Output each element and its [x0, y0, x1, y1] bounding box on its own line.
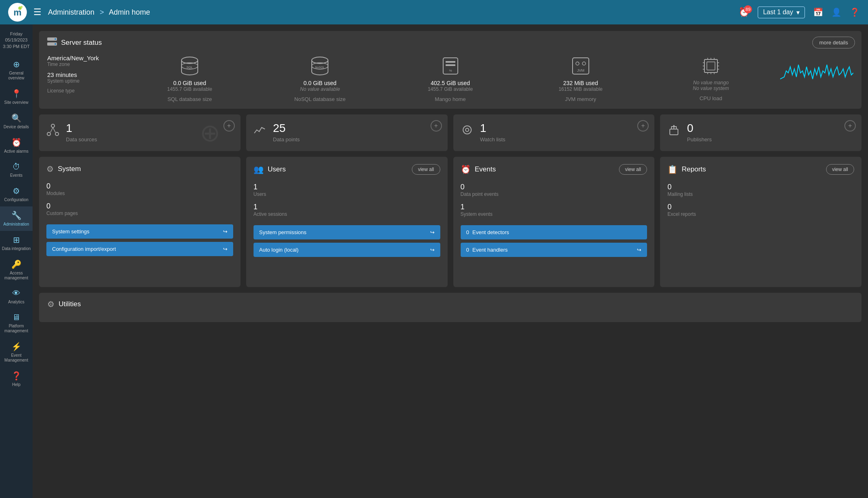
event-handlers-label: Event handlers: [472, 247, 637, 253]
nav-left: m ☰ Administration > Admin home: [8, 3, 150, 22]
auto-login-button[interactable]: Auto login (local) ↪: [254, 243, 440, 257]
event-handlers-button[interactable]: 0 Event handlers ↪: [461, 243, 647, 257]
events-view-all-button[interactable]: view all: [619, 164, 647, 175]
breadcrumb: Administration > Admin home: [48, 8, 150, 17]
auto-login-arrow: ↪: [430, 247, 435, 253]
sidebar-label-events: Events: [10, 173, 23, 178]
svg-rect-22: [704, 59, 717, 72]
nosql-metric: NoSQL 0.0 GiB used No value available No…: [259, 55, 381, 102]
sidebar-item-data-integration[interactable]: ⊞ Data integration: [0, 231, 33, 255]
system-card-header: ⚙ System: [46, 164, 233, 174]
timezone-label: Time zone: [47, 61, 129, 67]
sidebar-item-events[interactable]: ⏱ Events: [0, 158, 33, 182]
reports-title: Reports: [682, 165, 706, 173]
sidebar-item-site[interactable]: 📍 Site overview: [0, 85, 33, 109]
help-sidebar-icon: ❓: [11, 371, 22, 381]
cpu-values: No value mango No value system: [693, 80, 729, 91]
top-nav: m ☰ Administration > Admin home ⏰ 89 Las…: [0, 0, 868, 24]
user-icon[interactable]: 👤: [831, 7, 842, 17]
sql-name: SQL database size: [167, 96, 212, 102]
alarm-badge-container[interactable]: ⏰ 89: [739, 7, 750, 18]
sidebar-item-help[interactable]: ❓ Help: [0, 367, 33, 391]
system-settings-button[interactable]: System settings ↪: [46, 224, 233, 239]
device-icon: 🔍: [11, 113, 22, 123]
svg-point-37: [47, 132, 50, 136]
datasources-content: 1 Data sources: [66, 122, 97, 143]
sidebar-item-access[interactable]: 🔑 Access management: [0, 255, 33, 285]
datapoints-label: Data points: [273, 136, 300, 143]
svg-point-19: [576, 62, 579, 65]
sidebar-item-general[interactable]: ⊕ General overview: [0, 55, 33, 85]
platform-icon: 🖥: [12, 313, 20, 322]
active-sessions-number: 1: [254, 203, 440, 211]
datapoints-icon: [254, 123, 267, 140]
watchlists-content: 1 Watch lists: [480, 122, 505, 143]
mango-name: Mango home: [435, 96, 466, 102]
publishers-label: Publishers: [687, 136, 712, 143]
sidebar-item-device[interactable]: 🔍 Device details: [0, 109, 33, 134]
dp-events-label: Data point events: [461, 191, 647, 197]
sql-used: 0.0 GiB used: [167, 80, 212, 86]
sidebar-item-alarms[interactable]: ⏰ Active alarms: [0, 134, 33, 158]
site-icon: 📍: [11, 89, 22, 99]
uptime-label: System uptime: [47, 78, 129, 84]
datasources-icon: [46, 123, 59, 140]
sidebar-item-event-mgmt[interactable]: ⚡ Event Management: [0, 338, 33, 367]
stat-card-publishers: 0 Publishers +: [660, 114, 861, 151]
modules-label: Modules: [46, 191, 233, 196]
sidebar-label-device: Device details: [4, 125, 29, 129]
watchlists-label: Watch lists: [480, 136, 505, 143]
sidebar-item-platform[interactable]: 🖥 Platform management: [0, 309, 33, 338]
help-icon[interactable]: ❓: [850, 7, 860, 17]
excel-reports-number: 0: [667, 203, 854, 211]
sql-metric: SQL 0.0 GiB used 1455.7 GiB available SQ…: [129, 55, 251, 102]
jvm-name: JVM memory: [565, 96, 596, 102]
events-card-header: ⏰ Events view all: [461, 164, 647, 175]
utilities-icon: ⚙: [47, 299, 55, 309]
datasources-add-button[interactable]: +: [223, 120, 235, 132]
event-detectors-button[interactable]: 0 Event detectors: [461, 225, 647, 239]
sidebar-item-admin[interactable]: 🔧 Administration: [0, 206, 33, 231]
more-details-button[interactable]: more details: [812, 37, 855, 48]
cpu-value2: No value system: [693, 86, 729, 91]
calendar-icon[interactable]: 📅: [813, 7, 823, 17]
svg-text:%: %: [449, 69, 452, 72]
server-status-title: Server status: [61, 39, 102, 47]
system-permissions-button[interactable]: System permissions ↪: [254, 225, 440, 239]
reports-view-all-button[interactable]: view all: [826, 164, 854, 175]
svg-text:SQL: SQL: [186, 66, 193, 69]
datapoints-add-button[interactable]: +: [431, 120, 442, 132]
timezone-value: America/New_York: [47, 55, 129, 61]
config-import-export-button[interactable]: Configuration import/export ↪: [46, 242, 233, 256]
svg-point-3: [21, 6, 23, 8]
modules-number: 0: [46, 182, 233, 191]
modules-stat: 0 Modules: [46, 182, 233, 196]
reports-card: 📋 Reports view all 0 Mailing lists 0 Exc…: [660, 157, 861, 287]
hamburger-menu[interactable]: ☰: [33, 7, 42, 18]
time-range-picker[interactable]: Last 1 day ▾: [758, 7, 805, 18]
events-icon: ⏱: [12, 162, 20, 171]
system-title-area: ⚙ System: [46, 164, 81, 174]
publishers-content: 0 Publishers: [687, 122, 712, 143]
chevron-down-icon: ▾: [796, 9, 800, 16]
cpu-name: CPU load: [700, 95, 722, 101]
sidebar-item-analytics[interactable]: 👁 Analytics: [0, 285, 33, 309]
users-card: 👥 Users view all 1 Users 1 Active sessio…: [246, 157, 448, 287]
mailing-lists-label: Mailing lists: [667, 191, 854, 197]
svg-text:JVM: JVM: [577, 68, 584, 72]
sidebar-item-config[interactable]: ⚙ Configuration: [0, 182, 33, 206]
config-import-export-label: Configuration import/export: [52, 246, 116, 252]
mango-used: 402.5 GiB used: [428, 80, 473, 86]
svg-text:NoSQL: NoSQL: [315, 66, 325, 69]
breadcrumb-home: Admin home: [109, 8, 150, 16]
sys-events-label: System events: [461, 211, 647, 217]
users-view-all-button[interactable]: view all: [412, 164, 440, 175]
publishers-number: 0: [687, 122, 712, 135]
sys-events-number: 1: [461, 203, 647, 211]
sidebar: Friday 05/19/2023 3:30 PM EDT ⊕ General …: [0, 24, 33, 498]
breadcrumb-admin: Administration: [48, 8, 94, 16]
section-grid: ⚙ System 0 Modules 0 Custom pages System…: [39, 157, 861, 287]
utilities-title: Utilities: [59, 300, 81, 308]
sidebar-label-alarms: Active alarms: [4, 149, 28, 154]
publishers-add-button[interactable]: +: [844, 120, 856, 132]
